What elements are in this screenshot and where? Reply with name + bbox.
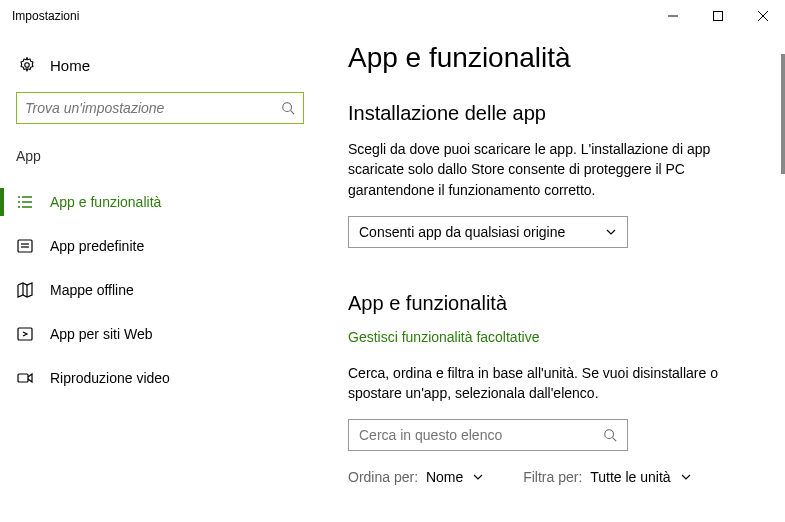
svg-rect-18 xyxy=(18,328,32,340)
chevron-down-icon xyxy=(681,472,691,482)
apps-list-search[interactable] xyxy=(348,419,628,451)
scrollbar[interactable] xyxy=(781,54,785,174)
chevron-down-icon xyxy=(605,226,617,238)
search-icon xyxy=(281,101,295,115)
svg-rect-19 xyxy=(18,374,28,382)
sidebar-item-apps-features[interactable]: App e funzionalità xyxy=(16,180,304,224)
settings-search[interactable] xyxy=(16,92,304,124)
svg-point-4 xyxy=(25,63,30,68)
sort-by-dropdown[interactable]: Ordina per: Nome xyxy=(348,469,483,485)
minimize-button[interactable] xyxy=(650,0,695,32)
website-icon xyxy=(16,325,34,343)
window-title: Impostazioni xyxy=(12,9,650,23)
filter-label: Filtra per: xyxy=(523,469,582,485)
install-description: Scegli da dove puoi scaricare le app. L'… xyxy=(348,139,745,200)
sidebar-item-label: App e funzionalità xyxy=(50,194,161,210)
map-icon xyxy=(16,281,34,299)
sidebar-item-label: Riproduzione video xyxy=(50,370,170,386)
settings-search-input[interactable] xyxy=(25,100,281,116)
sort-value: Nome xyxy=(426,469,463,485)
install-source-dropdown[interactable]: Consenti app da qualsiasi origine xyxy=(348,216,628,248)
list-icon xyxy=(16,193,34,211)
sidebar-item-default-apps[interactable]: App predefinite xyxy=(16,224,304,268)
home-button[interactable]: Home xyxy=(16,50,304,92)
filters-row: Ordina per: Nome Filtra per: Tutte le un… xyxy=(348,469,745,485)
sidebar-section-label: App xyxy=(16,148,304,164)
manage-optional-features-link[interactable]: Gestisci funzionalità facoltative xyxy=(348,329,745,345)
titlebar: Impostazioni xyxy=(0,0,785,32)
filter-value: Tutte le unità xyxy=(590,469,670,485)
apps-section-title: App e funzionalità xyxy=(348,292,745,315)
sidebar-item-label: App predefinite xyxy=(50,238,144,254)
page-title: App e funzionalità xyxy=(348,42,745,74)
video-icon xyxy=(16,369,34,387)
defaults-icon xyxy=(16,237,34,255)
window-controls xyxy=(650,0,785,32)
search-icon xyxy=(603,428,617,442)
main-panel: App e funzionalità Installazione delle a… xyxy=(320,32,785,522)
install-section-title: Installazione delle app xyxy=(348,102,745,125)
svg-line-21 xyxy=(613,438,617,442)
gear-icon xyxy=(18,56,36,74)
apps-description: Cerca, ordina e filtra in base all'unità… xyxy=(348,363,745,404)
dropdown-value: Consenti app da qualsiasi origine xyxy=(359,224,605,240)
svg-point-5 xyxy=(283,103,292,112)
apps-list-search-input[interactable] xyxy=(359,427,603,443)
maximize-button[interactable] xyxy=(695,0,740,32)
sidebar-item-label: Mappe offline xyxy=(50,282,134,298)
sidebar-item-apps-websites[interactable]: App per siti Web xyxy=(16,312,304,356)
svg-line-6 xyxy=(291,111,295,115)
svg-point-20 xyxy=(605,430,614,439)
sidebar: Home App App e funzionalità App predefin… xyxy=(0,32,320,522)
sidebar-item-video-playback[interactable]: Riproduzione video xyxy=(16,356,304,400)
home-label: Home xyxy=(50,57,90,74)
close-button[interactable] xyxy=(740,0,785,32)
svg-rect-13 xyxy=(18,240,32,252)
sort-label: Ordina per: xyxy=(348,469,418,485)
filter-by-dropdown[interactable]: Filtra per: Tutte le unità xyxy=(523,469,690,485)
svg-rect-1 xyxy=(713,12,722,21)
chevron-down-icon xyxy=(473,472,483,482)
sidebar-item-offline-maps[interactable]: Mappe offline xyxy=(16,268,304,312)
sidebar-item-label: App per siti Web xyxy=(50,326,152,342)
